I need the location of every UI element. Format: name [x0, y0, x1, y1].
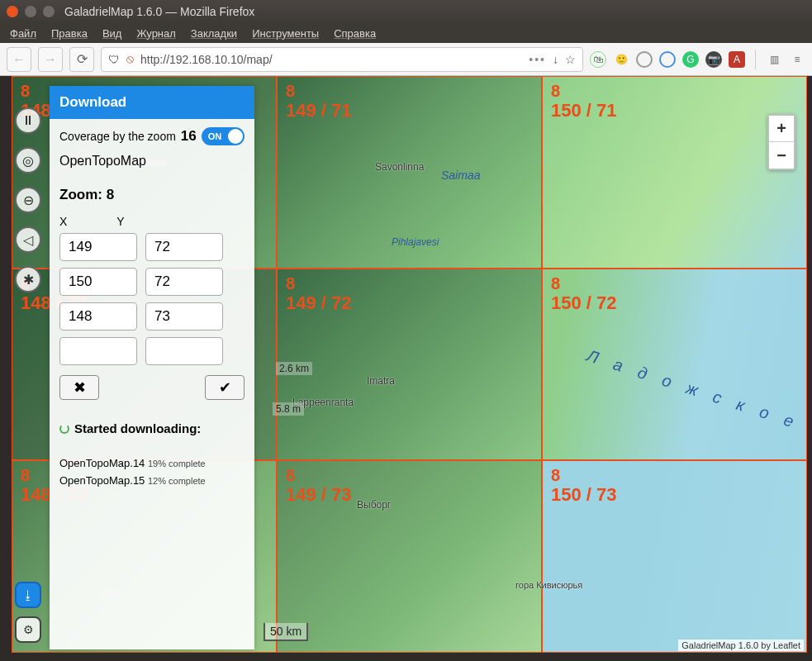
y-header: Y — [116, 215, 124, 228]
coord-row-0 — [59, 233, 245, 261]
cancel-button[interactable]: ✖ — [59, 375, 99, 400]
tile-xy: 150 / 73 — [551, 484, 617, 506]
coord-row-1 — [59, 268, 245, 296]
coverage-toggle[interactable]: ON — [202, 127, 245, 145]
tile-z: 8 — [286, 274, 295, 293]
insecure-icon: ⦸ — [126, 52, 134, 66]
zoom-in-button[interactable]: + — [769, 116, 794, 142]
window-minimize-button[interactable] — [25, 6, 36, 17]
menu-edit[interactable]: Правка — [51, 27, 88, 40]
progress-item-1: OpenTopoMap.15 12% complete — [59, 473, 245, 490]
scale-2-6km: 2.6 km — [276, 362, 312, 375]
settings-button[interactable]: ⚙ — [15, 616, 41, 643]
shield-icon: 🛡 — [108, 53, 120, 66]
coverage-row: Coverage by the zoom 16 ON — [59, 127, 245, 145]
tile-150-73: 8150 / 73 — [542, 460, 807, 653]
zoom-control: + − — [767, 114, 795, 170]
window-maximize-button[interactable] — [43, 6, 55, 17]
y-input-1[interactable] — [145, 268, 223, 296]
tool-target-button[interactable]: ◎ — [15, 147, 41, 174]
menu-help[interactable]: Справка — [334, 27, 376, 40]
map-canvas[interactable]: 8148 / 71 8149 / 71 8150 / 71 8148 / 72 … — [12, 76, 807, 653]
download-status: Started downloading: — [59, 421, 245, 435]
place-savonlinna: Savonlinna — [375, 161, 424, 173]
tile-z: 8 — [21, 466, 30, 485]
bookmark-star-icon[interactable]: ☆ — [565, 53, 576, 66]
scale-5-8m: 5.8 m — [273, 402, 304, 416]
tile-xy: 149 / 73 — [286, 484, 352, 506]
library-icon[interactable]: ▥ — [766, 51, 782, 68]
lake-pihlajavesi: Pihlajavesi — [392, 236, 439, 248]
ext-icon-2[interactable]: 🙂 — [613, 51, 629, 68]
window-titlebar: GaladrielMap 1.6.0 — Mozilla Firefox — [0, 0, 812, 23]
menu-history[interactable]: Журнал — [136, 27, 175, 40]
ext-icon-3[interactable] — [636, 51, 653, 68]
tile-z: 8 — [286, 82, 295, 101]
scale-bar: 50 km — [264, 623, 308, 641]
x-input-1[interactable] — [59, 268, 137, 296]
coord-row-2 — [59, 302, 245, 330]
confirm-button[interactable]: ✔ — [205, 375, 245, 400]
map-attribution: GaladrielMap 1.6.0 by Leaflet — [678, 640, 804, 651]
tile-150-72: 8150 / 72 — [542, 269, 807, 461]
tile-z: 8 — [21, 82, 30, 101]
coverage-zoom: 16 — [181, 128, 197, 145]
ext-icon-7[interactable]: A — [729, 51, 745, 68]
menu-view[interactable]: Вид — [102, 27, 122, 40]
zoom-out-button[interactable]: − — [769, 142, 794, 169]
panel-body: Coverage by the zoom 16 ON OpenTopoMap Z… — [50, 119, 254, 649]
x-input-0[interactable] — [59, 233, 137, 261]
url-bar[interactable]: 🛡 ⦸ http://192.168.10.10/map/ ••• ↓ ☆ — [101, 47, 583, 72]
ext-icon-5[interactable]: G — [682, 51, 699, 68]
tile-149-72: 8149 / 72 — [277, 269, 542, 461]
tile-150-71: 8150 / 71 — [542, 76, 807, 269]
panel-title: Download — [50, 86, 254, 119]
y-input-3[interactable] — [145, 337, 223, 365]
ext-icon-1[interactable]: 🛍 — [590, 51, 606, 68]
place-vyborg: Выборг — [357, 499, 391, 511]
nav-forward-button[interactable]: → — [38, 47, 63, 72]
tool-angle-button[interactable]: ◁ — [15, 226, 41, 253]
place-imatra: Imatra — [367, 375, 395, 387]
zoom-label: Zoom: 8 — [59, 187, 245, 203]
menu-bookmarks[interactable]: Закладки — [191, 27, 237, 40]
menu-tools[interactable]: Инструменты — [252, 27, 319, 40]
tile-149-73: 8149 / 73 — [277, 460, 542, 653]
toolbar-separator — [755, 50, 756, 69]
progress-list: OpenTopoMap.14 19% complete OpenTopoMap.… — [59, 455, 245, 490]
y-input-2[interactable] — [145, 302, 223, 330]
nav-back-button[interactable]: ← — [7, 47, 31, 72]
nav-reload-button[interactable]: ⟳ — [69, 47, 94, 72]
x-input-3[interactable] — [59, 337, 137, 365]
tile-z: 8 — [551, 466, 560, 485]
ext-icon-6[interactable]: 📷 — [705, 51, 722, 68]
progress-name: OpenTopoMap.14 — [59, 457, 145, 469]
pocket-icon[interactable]: ↓ — [553, 53, 558, 66]
download-mode-button[interactable]: ⭳ — [15, 582, 41, 608]
progress-pct: 19% complete — [148, 459, 206, 468]
tile-xy: 149 / 72 — [286, 292, 352, 314]
y-input-0[interactable] — [145, 233, 223, 261]
page-actions-icon[interactable]: ••• — [529, 53, 546, 66]
map-tool-strip: ⏸ ◎ ⊖ ◁ ✱ — [15, 107, 45, 292]
spinner-icon — [59, 424, 69, 434]
tile-xy: 149 / 71 — [286, 100, 352, 121]
tool-pause-button[interactable]: ⏸ — [15, 107, 41, 134]
progress-item-0: OpenTopoMap.14 19% complete — [59, 455, 245, 473]
extension-icons: 🛍 🙂 G 📷 A ▥ ≡ — [590, 50, 805, 69]
window-title: GaladrielMap 1.6.0 — Mozilla Firefox — [64, 5, 254, 18]
source-name: OpenTopoMap — [59, 154, 245, 169]
place-kivi: гора Кивисюрья — [515, 580, 582, 590]
xy-header: X Y — [59, 215, 245, 228]
tool-circle-button[interactable]: ⊖ — [15, 187, 41, 213]
window-close-button[interactable] — [7, 6, 18, 17]
url-text: http://192.168.10.10/map/ — [140, 53, 273, 66]
toggle-label: ON — [208, 131, 222, 141]
menu-file[interactable]: Файл — [10, 27, 36, 40]
tile-z: 8 — [286, 466, 295, 485]
hamburger-icon[interactable]: ≡ — [789, 51, 805, 68]
tool-star-button[interactable]: ✱ — [15, 266, 41, 292]
x-input-2[interactable] — [59, 302, 137, 330]
ext-icon-4[interactable] — [659, 51, 676, 68]
tile-z: 8 — [551, 82, 560, 101]
